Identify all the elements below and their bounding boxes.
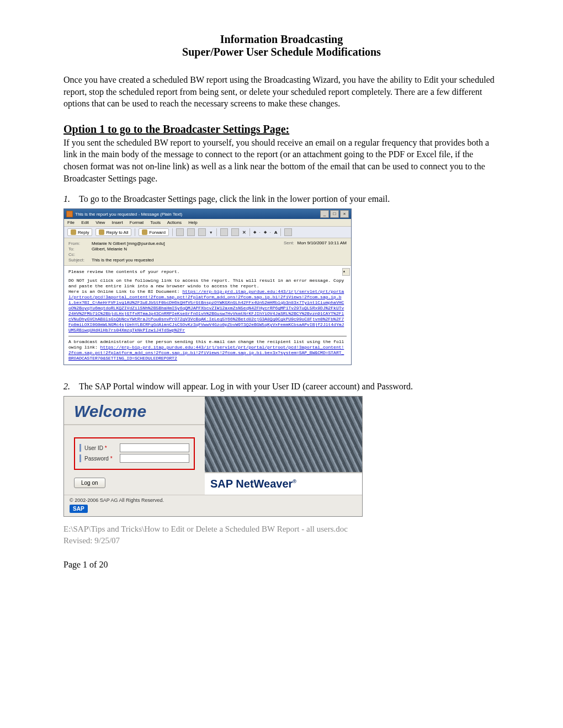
forward-button[interactable]: Forward bbox=[139, 228, 168, 236]
step-text: The SAP Portal window will appear. Log i… bbox=[79, 382, 500, 392]
email-screenshot: This is the report you requested - Messa… bbox=[63, 208, 352, 365]
sap-netweaver-logo: SAP NetWeaver® bbox=[205, 472, 362, 495]
doc-revised-date: Revised: 9/25/07 bbox=[63, 536, 500, 545]
email-app-icon bbox=[66, 211, 73, 217]
menu-tools[interactable]: Tools bbox=[150, 220, 161, 225]
doc-file-path: E:\SAP\Tips and Tricks\How to Edit or De… bbox=[63, 524, 500, 534]
step-text: To go to the Broadcaster Settings page, … bbox=[79, 194, 500, 204]
maximize-button[interactable]: □ bbox=[330, 210, 339, 218]
menu-edit[interactable]: Edit bbox=[81, 220, 89, 225]
highlight-login-fields: User ID * Password * bbox=[74, 437, 195, 470]
user-id-input[interactable] bbox=[120, 443, 189, 452]
step-2: 2. The SAP Portal window will appear. Lo… bbox=[63, 382, 500, 392]
forward-icon bbox=[142, 229, 147, 235]
to-value: Gilbert, Melanie N bbox=[92, 247, 127, 251]
email-headers: Sent:Mon 9/10/2007 10:11 AM From:Melanie… bbox=[64, 238, 351, 265]
to-label: To: bbox=[68, 247, 92, 251]
scroll-up-icon[interactable]: ▴ bbox=[342, 268, 350, 276]
from-value: Melanie N Gilbert [mng@purdue.edu] bbox=[92, 241, 165, 246]
menu-actions[interactable]: Actions bbox=[167, 220, 182, 225]
menu-format[interactable]: Format bbox=[130, 220, 144, 225]
reply-button[interactable]: Reply bbox=[67, 228, 92, 236]
email-menu-bar: File Edit View Insert Format Tools Actio… bbox=[64, 219, 351, 227]
menu-insert[interactable]: Insert bbox=[112, 220, 123, 225]
logon-button[interactable]: Log on bbox=[74, 478, 105, 488]
print-icon[interactable] bbox=[176, 228, 184, 236]
decorative-image: SAP NetWeaver® bbox=[205, 397, 362, 495]
folder-icon[interactable] bbox=[231, 228, 239, 236]
step-number: 1. bbox=[63, 194, 79, 204]
doc-title-1: Information Broadcasting bbox=[63, 33, 500, 46]
section-heading: Option 1 to go to the Broadcaster Settin… bbox=[63, 123, 500, 136]
font-size-label: A bbox=[274, 230, 278, 235]
email-line: Please review the contents of your repor… bbox=[68, 269, 347, 275]
copy-icon[interactable] bbox=[187, 228, 195, 236]
next-icon[interactable]: ◆ bbox=[264, 230, 267, 234]
close-button[interactable]: × bbox=[340, 210, 349, 218]
sent-value: Mon 9/10/2007 10:11 AM bbox=[298, 240, 347, 245]
email-line: Here is an Online Link to the BI Documen… bbox=[68, 289, 347, 333]
help-icon[interactable] bbox=[284, 228, 292, 236]
prev-icon[interactable]: ◆ bbox=[253, 230, 256, 234]
from-label: From: bbox=[68, 241, 92, 246]
broadcaster-settings-link[interactable]: https://erp-bip-prd.itap.purdue.edu:443/… bbox=[68, 345, 344, 361]
step-number: 2. bbox=[63, 382, 79, 392]
email-line: DO NOT just click on the following link … bbox=[68, 278, 347, 289]
password-field: Password * bbox=[79, 454, 189, 463]
user-id-field: User ID * bbox=[79, 443, 189, 452]
welcome-heading: Welcome bbox=[64, 397, 205, 425]
menu-help[interactable]: Help bbox=[188, 220, 197, 225]
report-link[interactable]: https://erp-bip-prd.itap.purdue.edu:443/… bbox=[68, 289, 344, 333]
sap-login-screenshot: Welcome User ID * Password * Log on bbox=[63, 396, 363, 517]
move-icon[interactable] bbox=[198, 228, 206, 236]
email-window-title: This is the report you requested - Messa… bbox=[75, 212, 182, 217]
reply-all-icon bbox=[99, 229, 104, 235]
page-number: Page 1 of 20 bbox=[63, 560, 500, 570]
reply-all-button[interactable]: Reply to All bbox=[95, 228, 131, 236]
email-body: ▴ Please review the contents of your rep… bbox=[64, 265, 351, 365]
email-toolbar: Reply Reply to All Forward ▼ ✕ ◆ · ◆ · A bbox=[64, 227, 351, 238]
menu-file[interactable]: File bbox=[67, 220, 75, 225]
doc-title-2: Super/Power User Schedule Modifications bbox=[63, 46, 500, 58]
cc-label: Cc: bbox=[68, 252, 92, 257]
intro-paragraph: Once you have created a scheduled BW rep… bbox=[63, 74, 500, 110]
sap-footer: © 2002-2006 SAP AG All Rights Reserved. … bbox=[64, 495, 362, 516]
minimize-button[interactable]: _ bbox=[320, 210, 329, 218]
email-line: A broadcast administrator or the person … bbox=[68, 339, 347, 361]
reply-icon bbox=[71, 229, 76, 235]
sent-label: Sent: bbox=[284, 240, 294, 245]
step-1: 1. To go to the Broadcaster Settings pag… bbox=[63, 194, 500, 204]
email-titlebar: This is the report you requested - Messa… bbox=[64, 209, 351, 219]
sap-logo: SAP bbox=[70, 505, 88, 513]
subject-label: Subject: bbox=[68, 258, 92, 263]
password-input[interactable] bbox=[120, 454, 189, 463]
menu-view[interactable]: View bbox=[95, 220, 105, 225]
dropdown-icon[interactable]: ▼ bbox=[209, 231, 213, 234]
copyright-text: © 2002-2006 SAP AG All Rights Reserved. bbox=[70, 497, 357, 503]
flag-icon[interactable] bbox=[220, 228, 228, 236]
subject-value: This is the report you requested bbox=[92, 258, 154, 263]
section-body: If you sent the scheduled BW report to y… bbox=[63, 137, 500, 184]
delete-icon[interactable]: ✕ bbox=[242, 230, 246, 235]
